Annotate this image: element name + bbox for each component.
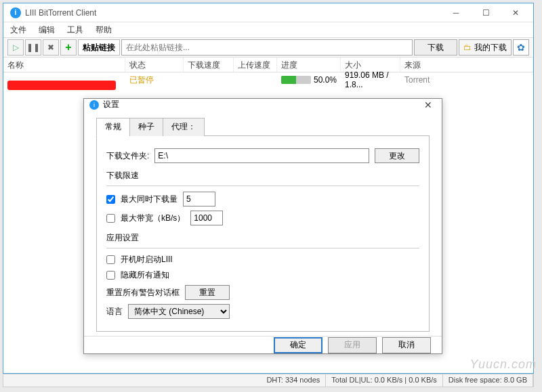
settings-dialog: i 设置 ✕ 常规 种子 代理： 下载文件夹: 更改 下载限速 最大同时下载量 <box>83 98 442 354</box>
hide-notifications-checkbox[interactable] <box>106 271 115 280</box>
language-label: 语言 <box>106 306 123 318</box>
minimize-button[interactable]: ─ <box>441 4 471 22</box>
my-downloads-label: 我的下载 <box>474 42 507 53</box>
language-select[interactable]: 简体中文 (Chinese) <box>128 304 230 319</box>
add-button[interactable]: + <box>60 39 77 56</box>
paste-link-button[interactable]: 粘贴链接 <box>78 39 120 56</box>
max-bandwidth-label: 最大带宽（kB/s） <box>121 213 185 224</box>
max-concurrent-label: 最大同时下载量 <box>121 194 178 205</box>
download-folder-label: 下载文件夹: <box>106 150 149 162</box>
remove-button[interactable]: ✖ <box>43 39 59 56</box>
dialog-body: 常规 种子 代理： 下载文件夹: 更改 下载限速 最大同时下载量 最大带宽（kB… <box>84 110 442 336</box>
cell-ulspeed <box>234 79 277 81</box>
tab-strip: 常规 种子 代理： <box>96 117 430 136</box>
menu-edit[interactable]: 编辑 <box>36 23 58 37</box>
header-name[interactable]: 名称 <box>3 58 125 72</box>
change-folder-button[interactable]: 更改 <box>375 148 419 163</box>
cell-source: Torrent <box>400 74 533 86</box>
status-speeds: Total DL|UL: 0.0 KB/s | 0.0 KB/s <box>326 374 443 387</box>
cell-name <box>3 79 125 81</box>
start-on-boot-checkbox[interactable] <box>106 255 115 264</box>
max-bandwidth-checkbox[interactable] <box>106 214 115 223</box>
progress-bar <box>281 76 311 84</box>
settings-button[interactable]: ✿ <box>513 39 529 56</box>
download-folder-input[interactable] <box>154 148 369 163</box>
cell-dlspeed <box>184 79 234 81</box>
header-source[interactable]: 来源 <box>400 58 533 72</box>
ok-button[interactable]: 确定 <box>274 337 322 353</box>
tab-seed[interactable]: 种子 <box>129 118 163 136</box>
progress-text: 50.0% <box>314 75 337 85</box>
column-headers: 名称 状态 下载速度 上传速度 进度 大小 来源 <box>3 58 533 72</box>
window-title: LIII BitTorrent Client <box>25 8 441 18</box>
apply-button[interactable]: 应用 <box>328 337 377 353</box>
menu-tools[interactable]: 工具 <box>64 23 86 37</box>
app-icon: i <box>10 7 21 18</box>
url-input[interactable] <box>121 39 413 56</box>
max-concurrent-checkbox[interactable] <box>106 195 115 204</box>
start-on-boot-label: 开机时启动LIII <box>121 254 173 265</box>
titlebar: i LIII BitTorrent Client ─ ☐ ✕ <box>3 3 533 22</box>
table-row[interactable]: 已暂停 50.0% 919.06 MB / 1.8... Torrent <box>3 72 533 87</box>
header-dlspeed[interactable]: 下载速度 <box>184 58 234 72</box>
cell-progress: 50.0% <box>277 74 341 86</box>
tab-panel-general: 下载文件夹: 更改 下载限速 最大同时下载量 最大带宽（kB/s） 应用设置 开… <box>96 136 430 332</box>
limits-title: 下载限速 <box>106 170 419 181</box>
hide-notifications-label: 隐藏所有通知 <box>121 269 169 281</box>
cell-status: 已暂停 <box>125 73 184 87</box>
max-bandwidth-input[interactable] <box>190 211 223 225</box>
menu-file[interactable]: 文件 <box>7 23 29 37</box>
max-concurrent-input[interactable] <box>183 192 215 206</box>
header-progress[interactable]: 进度 <box>277 58 341 72</box>
cell-size: 919.06 MB / 1.8... <box>341 69 400 91</box>
app-settings-title: 应用设置 <box>106 232 419 244</box>
maximize-button[interactable]: ☐ <box>471 4 501 22</box>
folder-icon: 🗀 <box>463 43 472 52</box>
header-ulspeed[interactable]: 上传速度 <box>234 58 277 72</box>
dialog-titlebar: i 设置 ✕ <box>84 99 442 110</box>
close-button[interactable]: ✕ <box>501 4 530 22</box>
window-controls: ─ ☐ ✕ <box>441 4 530 22</box>
redacted-name <box>7 81 116 90</box>
menu-help[interactable]: 帮助 <box>93 23 114 37</box>
reset-warnings-label: 重置所有警告对话框 <box>106 287 180 299</box>
dialog-title: 设置 <box>103 99 420 110</box>
info-icon: i <box>89 100 99 110</box>
dialog-close-button[interactable]: ✕ <box>420 100 436 110</box>
status-dht: DHT: 334 nodes <box>261 374 326 387</box>
play-button[interactable]: ▷ <box>7 39 24 56</box>
tab-proxy[interactable]: 代理： <box>163 118 205 136</box>
my-downloads-button[interactable]: 🗀 我的下载 <box>459 39 512 56</box>
menubar: 文件 编辑 工具 帮助 <box>3 22 533 37</box>
watermark: Yuucn.com <box>470 357 537 372</box>
tab-general[interactable]: 常规 <box>96 118 130 136</box>
header-status[interactable]: 状态 <box>125 58 184 72</box>
reset-warnings-button[interactable]: 重置 <box>185 285 230 300</box>
toolbar: ▷ ❚❚ ✖ + 粘贴链接 下载 🗀 我的下载 ✿ <box>3 37 533 58</box>
status-bar: DHT: 334 nodes Total DL|UL: 0.0 KB/s | 0… <box>3 374 534 387</box>
pause-button[interactable]: ❚❚ <box>25 39 41 56</box>
status-disk: Disk free space: 8.0 GB <box>443 374 533 387</box>
download-button[interactable]: 下载 <box>414 39 457 56</box>
dialog-footer: 确定 应用 取消 <box>84 336 442 353</box>
cancel-button[interactable]: 取消 <box>382 337 431 353</box>
